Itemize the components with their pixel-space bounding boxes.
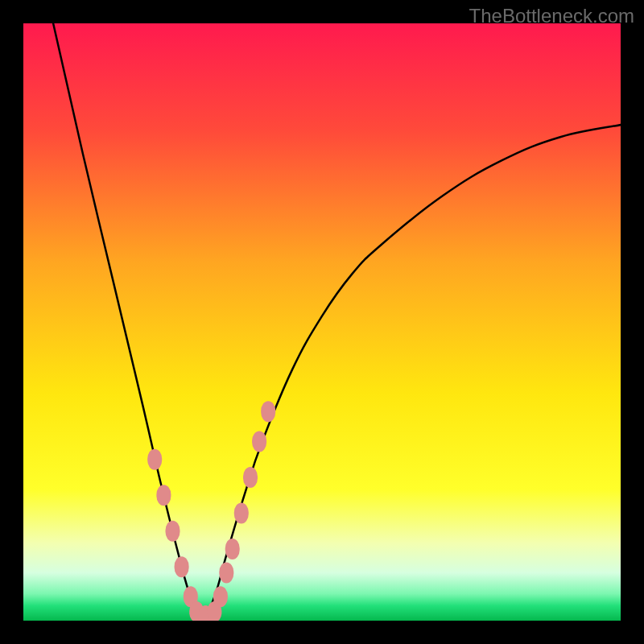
marker-dot xyxy=(261,401,275,422)
marker-dot xyxy=(175,556,189,577)
marker-dot xyxy=(234,502,249,523)
marker-dot xyxy=(225,539,240,559)
watermark-text: TheBottleneck.com xyxy=(469,5,634,27)
marker-dot xyxy=(147,449,162,470)
marker-dot xyxy=(156,485,171,506)
marker-dot xyxy=(219,563,233,584)
chart-svg xyxy=(23,23,621,621)
marker-dot xyxy=(213,586,228,607)
chart-area xyxy=(23,23,621,621)
marker-dot xyxy=(252,431,266,452)
marker-dot xyxy=(243,467,258,488)
bottleneck-curve xyxy=(53,23,621,617)
marker-dot xyxy=(166,521,180,542)
